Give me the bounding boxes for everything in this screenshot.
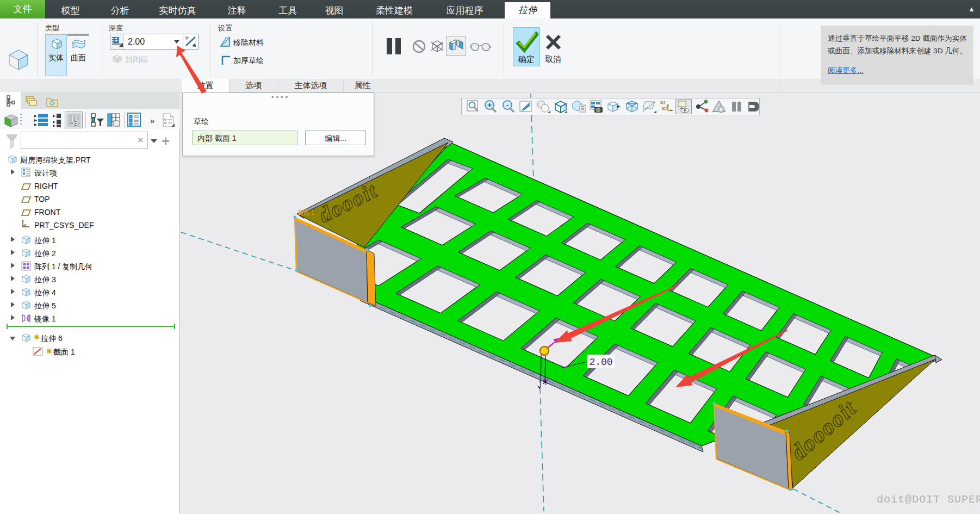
svg-text:✕/: ✕/ bbox=[661, 106, 667, 112]
svg-text:+: + bbox=[487, 101, 492, 109]
svg-text:2.00: 2.00 bbox=[589, 357, 612, 368]
svg-text:✕/: ✕/ bbox=[660, 100, 666, 106]
svg-text:-: - bbox=[506, 101, 509, 109]
svg-text:doit@DOIT SUPER: doit@DOIT SUPER bbox=[877, 493, 980, 506]
svg-text:截面 1: 截面 1 bbox=[297, 209, 314, 216]
